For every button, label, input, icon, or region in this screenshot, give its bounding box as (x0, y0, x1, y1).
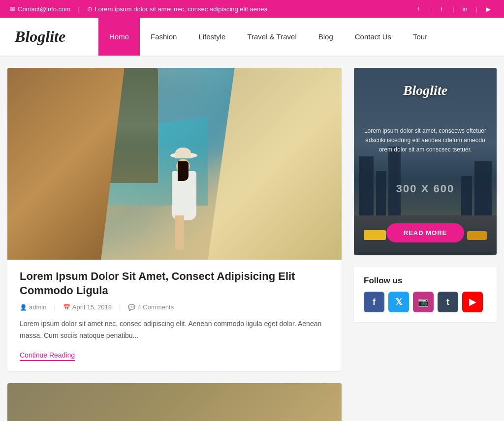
taxi-3 (467, 231, 487, 240)
comments-count: 4 Comments (137, 303, 174, 311)
comments-meta: 💬 4 Comments (128, 303, 174, 311)
ad-widget: Bloglite Lorem ipsum dolor sit amet, con… (354, 68, 497, 255)
email-icon: ✉ (10, 5, 15, 13)
article-excerpt: Lorem ipsum dolor sit amet nec, consec a… (20, 318, 329, 342)
top-bar-left: ✉ Contact@info.com | ⊙ Lorem ipsum dolor… (10, 5, 268, 13)
hair (178, 161, 189, 181)
article-date: April 15, 2018 (72, 303, 112, 311)
td3: | (476, 5, 477, 13)
meta-div2: | (119, 303, 121, 311)
legs (175, 215, 184, 250)
top-bar-social: f | t | in | ▶ (412, 3, 494, 15)
author-meta: 👤 admin (20, 303, 46, 311)
nav-travel[interactable]: Travel & Travel (236, 18, 307, 56)
main-article-card: Lorem Ipsum Dolor Sit Amet, Consect Adip… (7, 68, 342, 371)
sidebar: Bloglite Lorem ipsum dolor sit amet, con… (354, 68, 497, 421)
follow-twitter-button[interactable]: 𝕏 (388, 292, 409, 312)
ad-read-more-button[interactable]: READ MORE (386, 223, 464, 242)
clock-icon: ⊙ (87, 5, 93, 13)
topbar-twitter-icon[interactable]: t (436, 3, 447, 15)
tagline-text: Lorem ipsum dolor sit amet nec, consec a… (95, 5, 268, 13)
topbar-divider: | (78, 5, 79, 13)
site-logo[interactable]: Bloglite (15, 28, 65, 46)
content-area: Lorem Ipsum Dolor Sit Amet, Consect Adip… (7, 68, 342, 421)
follow-tumblr-button[interactable]: t (438, 292, 458, 312)
calendar-icon: 📅 (63, 304, 70, 311)
header: Bloglite Home Fashion Lifestyle Travel &… (0, 18, 504, 56)
hat-top (175, 148, 191, 158)
ad-description: Lorem ipsum dolor sit amet, consecws eft… (354, 126, 497, 155)
nav-fashion[interactable]: Fashion (140, 18, 188, 56)
person-figure (168, 156, 202, 250)
meta-div1: | (54, 303, 55, 311)
ad-logo: Bloglite (403, 83, 447, 98)
main-nav: Home Fashion Lifestyle Travel & Travel B… (98, 18, 504, 56)
nav-contact[interactable]: Contact Us (344, 18, 402, 56)
follow-widget: Follow us f 𝕏 📷 t ▶ (354, 267, 497, 322)
nav-blog[interactable]: Blog (308, 18, 344, 56)
topbar-facebook-icon[interactable]: f (412, 3, 424, 15)
preview-image (7, 383, 342, 421)
follow-instagram-button[interactable]: 📷 (413, 292, 434, 312)
article-hero-image (7, 68, 342, 260)
cliff-right (208, 68, 342, 260)
follow-facebook-button[interactable]: f (364, 292, 384, 312)
social-icons-row: f 𝕏 📷 t ▶ (354, 292, 497, 322)
follow-youtube-button[interactable]: ▶ (462, 292, 483, 312)
article-title: Lorem Ipsum Dolor Sit Amet, Consect Adip… (20, 270, 329, 298)
email-info: ✉ Contact@info.com (10, 5, 70, 13)
continue-reading-link[interactable]: Continue Reading (20, 351, 75, 361)
main-layout: Lorem Ipsum Dolor Sit Amet, Consect Adip… (0, 56, 504, 421)
article-preview-card (7, 383, 342, 421)
ad-size: 300 X 600 (396, 182, 454, 195)
topbar-linkedin-icon[interactable]: in (459, 3, 471, 15)
top-bar: ✉ Contact@info.com | ⊙ Lorem ipsum dolor… (0, 0, 504, 18)
td1: | (429, 5, 431, 13)
comment-icon: 💬 (128, 304, 135, 311)
td2: | (452, 5, 454, 13)
tagline: ⊙ Lorem ipsum dolor sit amet nec, consec… (87, 5, 268, 13)
article-meta: 👤 admin | 📅 April 15, 2018 | 💬 4 Comment… (20, 303, 329, 311)
author-icon: 👤 (20, 304, 27, 311)
cliff-left (7, 68, 125, 260)
nav-home[interactable]: Home (98, 18, 140, 56)
follow-title: Follow us (354, 267, 497, 292)
nav-tour[interactable]: Tour (402, 18, 438, 56)
logo-area: Bloglite (0, 18, 98, 56)
author-name: admin (29, 303, 46, 311)
topbar-youtube-icon[interactable]: ▶ (482, 3, 494, 15)
article-body: Lorem Ipsum Dolor Sit Amet, Consect Adip… (7, 260, 342, 371)
nav-lifestyle[interactable]: Lifestyle (188, 18, 236, 56)
taxi-1 (364, 230, 386, 240)
date-meta: 📅 April 15, 2018 (63, 303, 112, 311)
email-text: Contact@info.com (18, 5, 70, 13)
